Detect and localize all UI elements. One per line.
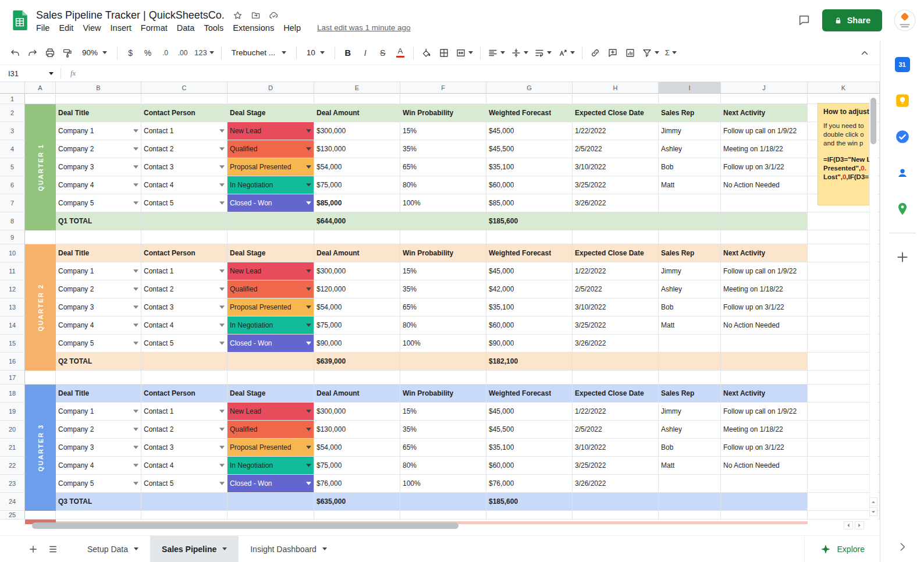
cell-B25[interactable] — [56, 511, 141, 520]
dropdown-caret-icon[interactable] — [218, 410, 225, 413]
cell-G25[interactable] — [486, 511, 573, 520]
cell-J18[interactable]: Next Activity — [721, 385, 808, 403]
dropdown-caret-icon[interactable] — [304, 428, 311, 431]
column-header-K[interactable]: K — [808, 82, 880, 94]
cell-F20[interactable]: 35% — [400, 421, 486, 439]
cell-D1[interactable] — [228, 94, 314, 104]
row-header-16[interactable]: 16 — [0, 353, 25, 371]
cell-G19[interactable]: $45,000 — [486, 403, 573, 421]
cell-C25[interactable] — [141, 511, 228, 520]
vertical-align-button[interactable] — [509, 45, 531, 61]
cell-E20[interactable]: $130,000 — [314, 421, 400, 439]
cell-B17[interactable] — [56, 371, 141, 385]
document-title[interactable]: Sales Pipeline Tracker | QuickSheetsCo. — [36, 9, 225, 22]
cell-D25[interactable] — [228, 511, 314, 520]
row-header-17[interactable]: 17 — [0, 371, 25, 385]
cell-C5[interactable]: Contact 3 — [141, 158, 228, 176]
cell-B5[interactable]: Company 3 — [56, 158, 141, 176]
cell-C13[interactable]: Contact 3 — [141, 298, 228, 316]
cell-F13[interactable]: 65% — [400, 298, 486, 316]
column-header-G[interactable]: G — [486, 82, 573, 94]
dropdown-caret-icon[interactable] — [218, 183, 225, 187]
quarter-band-3[interactable]: QUARTER 3 — [25, 385, 56, 511]
name-box[interactable]: I31 — [0, 69, 61, 78]
row-header-1[interactable]: 1 — [0, 94, 25, 104]
cell-G9[interactable] — [486, 230, 573, 244]
cell-B4[interactable]: Company 2 — [56, 140, 141, 158]
cell-F8[interactable] — [400, 212, 486, 230]
cell-C16[interactable] — [141, 353, 228, 371]
cell-D20[interactable]: Qualified — [228, 421, 314, 439]
cell-F4[interactable]: 35% — [400, 140, 486, 158]
cell-J23[interactable] — [721, 475, 808, 493]
cell-H14[interactable]: 3/25/2022 — [573, 316, 659, 335]
cell-E21[interactable]: $54,000 — [314, 439, 400, 457]
cell-I9[interactable] — [659, 230, 721, 244]
cell-D22[interactable]: In Negotiation — [228, 457, 314, 475]
cell-E15[interactable]: $90,000 — [314, 335, 400, 353]
row-header-13[interactable]: 13 — [0, 298, 25, 316]
cell-G21[interactable]: $35,100 — [486, 439, 573, 457]
cell-E1[interactable] — [314, 94, 400, 104]
horizontal-align-button[interactable] — [485, 45, 507, 61]
functions-button[interactable]: Σ — [663, 45, 679, 61]
row-header-7[interactable]: 7 — [0, 194, 25, 212]
cell-J21[interactable]: Follow up on 3/1/22 — [721, 439, 808, 457]
row-header-18[interactable]: 18 — [0, 385, 25, 403]
menu-format[interactable]: Format — [136, 22, 172, 34]
cell-H19[interactable]: 1/22/2022 — [573, 403, 659, 421]
cell-I10[interactable]: Sales Rep — [659, 244, 721, 262]
cell-C14[interactable]: Contact 4 — [141, 316, 228, 335]
cell-E8[interactable]: $644,000 — [314, 212, 400, 230]
cell-J10[interactable]: Next Activity — [721, 244, 808, 262]
cell-H2[interactable]: Expected Close Date — [573, 104, 659, 122]
cell-C18[interactable]: Contact Person — [141, 385, 228, 403]
cell-G3[interactable]: $45,000 — [486, 122, 573, 140]
cell-B9[interactable] — [56, 230, 141, 244]
cell-G23[interactable]: $76,000 — [486, 475, 573, 493]
row-header-24[interactable]: 24 — [0, 493, 25, 511]
cell-E6[interactable]: $75,000 — [314, 176, 400, 194]
dropdown-caret-icon[interactable] — [218, 201, 225, 205]
tasks-icon[interactable] — [895, 129, 910, 144]
cell-E22[interactable]: $75,000 — [314, 457, 400, 475]
cell-J16[interactable] — [721, 353, 808, 371]
dropdown-caret-icon[interactable] — [304, 464, 311, 467]
dropdown-caret-icon[interactable] — [218, 464, 225, 467]
cell-I20[interactable]: Ashley — [659, 421, 721, 439]
cell-B15[interactable]: Company 5 — [56, 335, 141, 353]
cell-I16[interactable] — [659, 353, 721, 371]
menu-extensions[interactable]: Extensions — [228, 22, 279, 34]
format-currency-button[interactable]: $ — [122, 45, 138, 61]
sheet-tab-sales-pipeline[interactable]: Sales Pipeline — [150, 536, 239, 562]
row-header-12[interactable]: 12 — [0, 280, 25, 298]
cell-F24[interactable] — [400, 493, 486, 511]
menu-help[interactable]: Help — [279, 22, 305, 34]
cell-H16[interactable] — [573, 353, 659, 371]
cell-J6[interactable]: No Action Needed — [721, 176, 808, 194]
cell-F2[interactable]: Win Probability — [400, 104, 486, 122]
cell-D15[interactable]: Closed - Won — [228, 335, 314, 353]
dropdown-caret-icon[interactable] — [218, 129, 225, 133]
menu-tools[interactable]: Tools — [199, 22, 228, 34]
grid-corner[interactable] — [0, 82, 25, 94]
dropdown-caret-icon[interactable] — [132, 147, 138, 151]
contacts-icon[interactable] — [895, 165, 910, 180]
cell-H3[interactable]: 1/22/2022 — [573, 122, 659, 140]
cell-J13[interactable]: Follow up on 3/1/22 — [721, 298, 808, 316]
row-header-3[interactable]: 3 — [0, 122, 25, 140]
hide-menus-button[interactable] — [857, 45, 873, 61]
cell-G10[interactable]: Weighted Forecast — [486, 244, 573, 262]
cell-E3[interactable]: $300,000 — [314, 122, 400, 140]
cell-G16[interactable]: $182,100 — [486, 353, 573, 371]
cell-D7[interactable]: Closed - Won — [228, 194, 314, 212]
cell-D5[interactable]: Proposal Presented — [228, 158, 314, 176]
dropdown-caret-icon[interactable] — [218, 165, 225, 169]
horizontal-scrollbar-thumb[interactable] — [32, 522, 459, 529]
row-header-10[interactable]: 10 — [0, 244, 25, 262]
cell-G1[interactable] — [486, 94, 573, 104]
cell-I21[interactable]: Bob — [659, 439, 721, 457]
cell-C17[interactable] — [141, 371, 228, 385]
text-color-button[interactable]: A — [392, 45, 408, 61]
dropdown-caret-icon[interactable] — [218, 482, 225, 485]
